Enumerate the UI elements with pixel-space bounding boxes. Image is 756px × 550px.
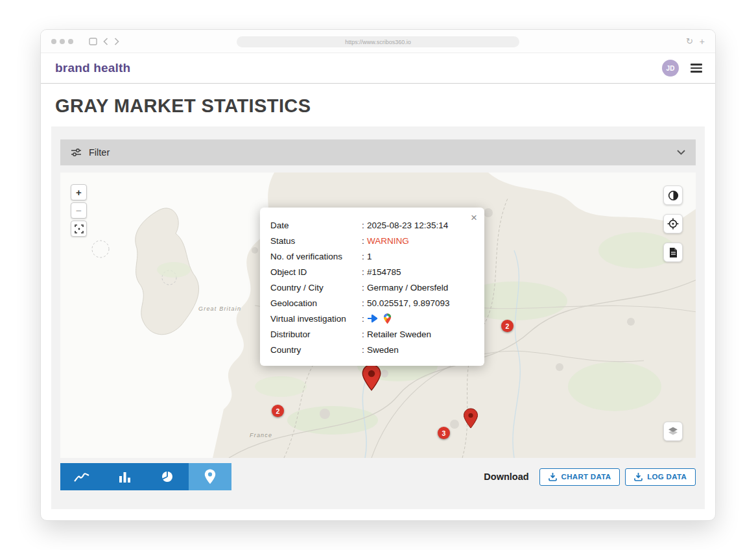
download-icon [549, 472, 557, 481]
back-icon[interactable] [103, 38, 108, 45]
zoom-controls: + − [71, 184, 87, 237]
marker-popup: × Date : 2025-08-23 12:35:14 Status : WA… [260, 208, 484, 366]
layers-button[interactable] [663, 422, 683, 441]
page-title: GRAY MARKET STATISTICS [55, 95, 701, 117]
map-tools [663, 185, 683, 262]
report-tool-button[interactable] [663, 243, 683, 262]
pie-chart-tool-button[interactable] [663, 185, 683, 205]
geolocation-value: 50.025517, 9.897093 [367, 298, 475, 308]
window-control-dots[interactable] [51, 39, 73, 44]
filter-bar[interactable]: Filter [60, 139, 696, 165]
popup-row: Status : WARNING [270, 233, 475, 248]
zoom-out-button[interactable]: − [71, 202, 87, 219]
status-badge: WARNING [367, 236, 475, 246]
popup-row: Country : Sweden [270, 342, 475, 357]
line-chart-icon [74, 472, 89, 483]
tabs-overview-icon[interactable] [89, 38, 97, 45]
close-icon[interactable]: × [469, 211, 478, 224]
pie-chart-icon [668, 190, 679, 201]
popup-row: Object ID : #154785 [270, 264, 475, 280]
window-dot-icon[interactable] [60, 39, 65, 44]
map-label-france: France [250, 432, 272, 438]
map-pin-icon [204, 469, 216, 484]
bar-chart-icon [119, 472, 131, 483]
layers-icon [667, 426, 679, 436]
tab-line-chart[interactable] [60, 463, 103, 490]
url-bar[interactable]: https://www.scribos360.io [237, 36, 519, 47]
popup-row: Geolocation : 50.025517, 9.897093 [270, 295, 475, 311]
popup-row: Distributor : Retailer Sweden [270, 326, 475, 342]
fullscreen-button[interactable] [71, 221, 87, 237]
cluster-badge[interactable]: 3 [438, 427, 450, 439]
refresh-icon[interactable]: ↻ [686, 37, 693, 45]
google-maps-pin-icon[interactable] [383, 313, 392, 324]
map[interactable]: Great Britain France + − [60, 173, 696, 458]
distributor-value: Retailer Sweden [367, 329, 475, 339]
window-dot-icon[interactable] [51, 39, 56, 44]
tab-map[interactable] [189, 463, 231, 490]
chevron-down-icon[interactable] [677, 150, 685, 155]
date-value: 2025-08-23 12:35:14 [367, 221, 475, 230]
download-label: Download [484, 472, 528, 482]
popup-row: Virtual investigation : [270, 311, 475, 326]
country-city-value: Germany / Obersfeld [367, 283, 475, 293]
directions-arrow-icon[interactable] [367, 314, 378, 323]
browser-topbar: https://www.scribos360.io ↻ + [41, 30, 715, 53]
tab-pie-chart[interactable] [146, 463, 189, 490]
distributor-country-value: Sweden [367, 345, 475, 355]
virtual-investigation-links [367, 313, 475, 324]
filter-label: Filter [89, 147, 110, 158]
tab-bar-chart[interactable] [103, 463, 146, 490]
new-tab-icon[interactable]: + [700, 37, 705, 46]
zoom-in-button[interactable]: + [71, 184, 87, 200]
popup-row: Date : 2025-08-23 12:35:14 [270, 217, 475, 233]
forward-icon[interactable] [114, 38, 119, 45]
bottom-toolbar: Download CHART DATA LOG DATA [60, 463, 696, 490]
page: https://www.scribos360.io ↻ + brand heal… [0, 0, 756, 550]
popup-row: No. of verifications : 1 [270, 248, 475, 264]
view-tabs [60, 463, 231, 490]
verifications-value: 1 [367, 252, 475, 261]
map-pin-selected[interactable] [361, 364, 382, 394]
map-pin[interactable] [463, 408, 478, 431]
brand-logo[interactable]: brand health [55, 61, 130, 75]
cluster-badge[interactable]: 2 [501, 320, 514, 332]
popup-row: Country / City : Germany / Obersfeld [270, 280, 475, 295]
download-group: Download CHART DATA LOG DATA [484, 468, 696, 486]
window-dot-icon[interactable] [68, 39, 73, 44]
pie-chart-icon [161, 471, 173, 483]
locate-tool-button[interactable] [663, 214, 683, 233]
app-header: brand health JD [41, 53, 715, 84]
content-panel: Filter [51, 126, 705, 509]
map-label-great-britain: Great Britain [198, 305, 241, 312]
menu-icon[interactable] [691, 64, 702, 73]
title-row: GRAY MARKET STATISTICS [41, 84, 715, 126]
cluster-badge[interactable]: 2 [272, 405, 284, 417]
browser-window: https://www.scribos360.io ↻ + brand heal… [40, 29, 716, 521]
avatar[interactable]: JD [662, 60, 679, 77]
log-data-download-button[interactable]: LOG DATA [625, 468, 696, 486]
crosshair-icon [667, 218, 679, 230]
filter-icon [71, 148, 82, 157]
object-id-value: #154785 [367, 267, 475, 277]
chart-data-download-button[interactable]: CHART DATA [539, 468, 620, 486]
download-icon [634, 472, 643, 481]
url-text: https://www.scribos360.io [345, 39, 411, 45]
document-icon [668, 247, 678, 258]
